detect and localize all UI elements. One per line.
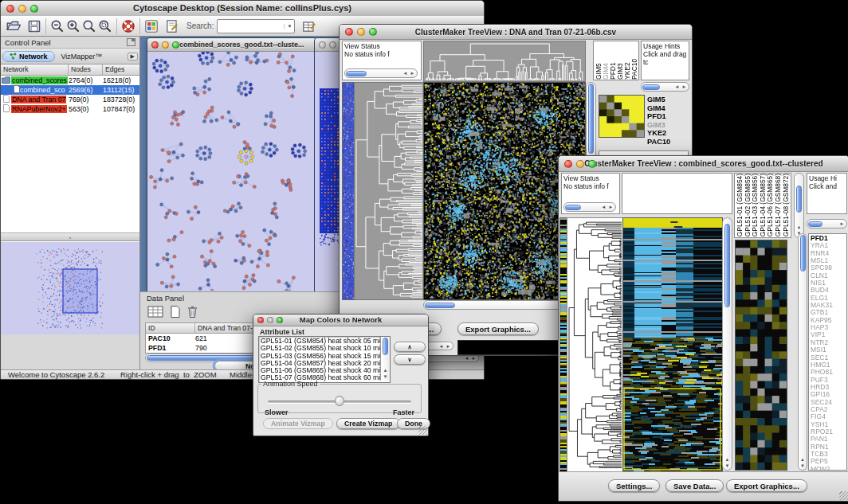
create-attribute-icon[interactable]	[169, 305, 182, 318]
minimize-button[interactable]	[329, 41, 336, 49]
dialog-titlebar[interactable]: Map Colors to Network	[253, 315, 428, 326]
zoom-button[interactable]	[172, 41, 179, 49]
main-titlebar[interactable]: Cytoscape Desktop (Session Name: collins…	[1, 1, 484, 17]
global-view-strip[interactable]	[342, 82, 355, 300]
g2-item[interactable]: MON2	[811, 466, 845, 471]
view-status-scrollbar[interactable]: ◄►	[344, 68, 418, 78]
zoom-button[interactable]	[369, 28, 377, 36]
vlab2-item[interactable]: GPL51-02 (GSM855)	[744, 174, 752, 236]
search-input[interactable]	[218, 21, 284, 31]
delete-attribute-icon[interactable]	[186, 305, 198, 318]
resize-grip[interactable]	[839, 491, 848, 500]
minimize-button[interactable]	[162, 41, 169, 49]
zoom-in-icon[interactable]	[65, 18, 81, 34]
settings-button[interactable]: Settings...	[608, 479, 660, 492]
zoom-out-icon[interactable]	[49, 18, 65, 34]
g1-item[interactable]: PFD1	[647, 112, 687, 121]
zoom-selected-icon[interactable]	[97, 18, 113, 34]
network-row-rnapuber[interactable]: RNAPuberNov2+ 563(0) 107847(0)	[1, 104, 139, 114]
vlab2-item[interactable]: GPL51-01 (GSM854)	[736, 174, 744, 236]
help-ring-icon[interactable]	[120, 18, 136, 34]
treeview1-titlebar[interactable]: ClusterMaker TreeView : DNA and Tran 07-…	[340, 25, 692, 40]
move-down-button[interactable]: ∨	[394, 354, 426, 365]
scrollbar-thumb[interactable]	[724, 224, 730, 307]
export-graphics-button[interactable]: Export Graphics...	[726, 479, 807, 492]
close-button[interactable]	[345, 28, 353, 36]
zoom-heatmap-canvas[interactable]	[735, 240, 787, 471]
minimize-button[interactable]	[357, 28, 365, 36]
zoom-button[interactable]	[588, 160, 596, 168]
scrollbar-thumb[interactable]	[800, 235, 806, 272]
close-button[interactable]	[6, 5, 14, 13]
g1-item[interactable]: GIM3	[647, 121, 687, 130]
col-edges[interactable]: Edges	[103, 64, 139, 75]
attribute-editor-icon[interactable]	[301, 18, 317, 34]
row-dendrogram-canvas[interactable]	[354, 82, 424, 300]
col-network[interactable]: Network	[1, 64, 69, 75]
heatmap-vscrollbar[interactable]: ▲▼	[722, 217, 732, 471]
close-button[interactable]	[319, 41, 326, 49]
column-labels-vscrollbar[interactable]: ▲▼	[794, 173, 804, 238]
search-dropdown-icon[interactable]: ▼	[284, 24, 294, 29]
zoom-button[interactable]	[277, 317, 283, 323]
attribute-list-vscrollbar[interactable]: ▲▼	[380, 337, 390, 381]
treeview2-titlebar[interactable]: ClusterMaker TreeView : combined_scores_…	[559, 156, 848, 172]
minimize-button[interactable]	[18, 5, 26, 13]
panel-splitter[interactable]: ▪	[1, 232, 139, 241]
g1-item[interactable]: PAC10	[647, 138, 687, 147]
tab-overflow-button[interactable]: ▶	[128, 53, 138, 61]
move-up-button[interactable]: ∧	[394, 342, 426, 352]
save-session-icon[interactable]	[26, 18, 42, 34]
open-session-icon[interactable]	[6, 18, 22, 34]
vlab-item[interactable]: YKE2	[623, 62, 630, 80]
row-dendrogram-canvas[interactable]	[567, 217, 623, 472]
birdseye-canvas[interactable]	[1, 242, 139, 333]
speed-slider-thumb[interactable]	[335, 396, 344, 406]
vlab-item[interactable]: GIM3	[616, 63, 623, 80]
g1-item[interactable]: YKE2	[647, 129, 687, 138]
column-dendrogram-canvas[interactable]	[423, 41, 586, 82]
right-hscrollbar[interactable]: ◄►	[641, 82, 689, 92]
vlab2-item[interactable]: GPL51-03 (GSM856)	[751, 174, 759, 236]
g1-item[interactable]: GIM5	[647, 96, 687, 104]
heatmap-canvas[interactable]	[622, 217, 723, 472]
network-row-dna-tran[interactable]: DNA and Tran 07 769(0) 183728(0)	[1, 95, 139, 104]
vlab2-item[interactable]: GPL51-04 (GSM857)	[759, 174, 767, 236]
scrollbar-thumb[interactable]	[588, 84, 594, 154]
network-graph-canvas[interactable]	[149, 52, 313, 291]
vlab-item[interactable]: GIM4	[602, 63, 609, 80]
vlab-item[interactable]: PAC10	[630, 59, 638, 80]
export-graphics-button[interactable]: Export Graphics...	[457, 322, 539, 335]
column-dendrogram-area[interactable]	[622, 173, 732, 214]
network-row-combined-sco-selected[interactable]: combined_sco 2569(6) 13112(15)	[1, 85, 139, 95]
network-row-combined-scores[interactable]: combined_scores 2764(0) 16218(0)	[1, 76, 139, 85]
float-panel-icon[interactable]	[127, 38, 135, 46]
vlab2-item[interactable]: GPL51-06 (GSM865)	[766, 174, 774, 236]
annotation-icon[interactable]	[164, 18, 180, 34]
col-id[interactable]: ID	[146, 323, 195, 333]
scrollbar-thumb[interactable]	[383, 338, 388, 355]
create-vizmap-button[interactable]: Create Vizmap	[336, 418, 400, 429]
close-button[interactable]	[151, 41, 159, 49]
birdseye-panel[interactable]	[1, 241, 139, 334]
close-button[interactable]	[257, 317, 264, 323]
vlab-item[interactable]: GIM5	[595, 63, 602, 80]
vlab-item[interactable]: PFD1	[609, 62, 616, 80]
scrollbar-thumb[interactable]	[425, 303, 455, 308]
tab-network[interactable]: Network	[2, 51, 55, 62]
usage-hints-scrollbar[interactable]: ►	[807, 219, 847, 229]
col-nodes[interactable]: Nodes	[69, 64, 103, 75]
vlab2-item[interactable]: GPL51-08 (GSM872)	[782, 174, 790, 236]
g1-item[interactable]: GIM4	[647, 104, 687, 113]
vizmapper-icon[interactable]	[143, 18, 159, 34]
view-status-scrollbar[interactable]: ◄►	[563, 202, 616, 212]
zoom-button[interactable]	[30, 5, 38, 13]
minimize-button[interactable]	[267, 317, 273, 323]
minimize-button[interactable]	[576, 160, 584, 168]
save-data-button[interactable]: Save Data...	[665, 479, 724, 492]
select-attributes-icon[interactable]	[147, 305, 164, 318]
animate-vizmap-button[interactable]: Animate Vizmap	[263, 418, 333, 429]
close-button[interactable]	[564, 160, 572, 168]
resize-grip[interactable]	[418, 426, 427, 435]
vlab2-item[interactable]: GPL51-07 (GSM868)	[774, 174, 782, 236]
